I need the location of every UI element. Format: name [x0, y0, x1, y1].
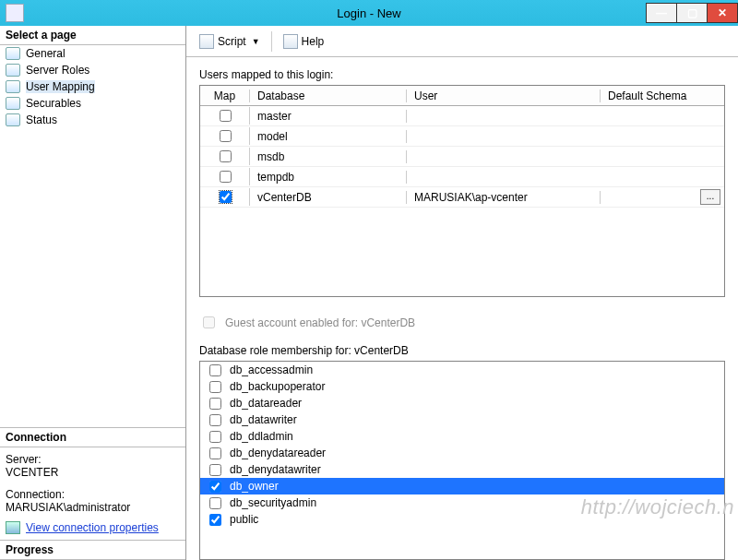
mapping-row[interactable]: tempdb [200, 167, 724, 187]
role-checkbox[interactable] [209, 431, 221, 443]
role-label: db_accessadmin [230, 363, 313, 376]
role-item[interactable]: db_datawriter [200, 411, 724, 428]
window-controls: — ▢ ✕ [647, 3, 738, 23]
role-label: db_ddladmin [230, 430, 293, 443]
toolbar: Script ▼ Help [186, 26, 738, 57]
cell-database: tempdb [250, 171, 407, 184]
col-map-header[interactable]: Map [200, 89, 250, 102]
sidebar-item-label: Securables [26, 97, 81, 110]
connection-value: MARUSIAK\administrator [6, 501, 180, 514]
map-checkbox[interactable] [220, 191, 232, 203]
page-icon [6, 47, 20, 60]
toolbar-separator [271, 31, 272, 52]
schema-browse-button[interactable]: ... [700, 189, 720, 205]
role-label: db_denydatareader [230, 447, 326, 459]
map-checkbox[interactable] [220, 130, 232, 142]
col-database-header[interactable]: Database [250, 89, 407, 102]
right-pane: Script ▼ Help Users mapped to this login… [186, 26, 738, 560]
role-item[interactable]: db_denydatawriter [200, 461, 724, 478]
sidebar-item-securables[interactable]: Securables [0, 95, 185, 112]
role-checkbox[interactable] [209, 464, 221, 476]
map-checkbox[interactable] [220, 171, 232, 183]
help-label: Help [302, 35, 325, 48]
script-icon [199, 34, 214, 49]
sidebar-item-user-mapping[interactable]: User Mapping [0, 78, 185, 95]
connection-panel: Connection Server: VCENTER Connection: M… [0, 427, 185, 560]
minimize-button[interactable]: — [646, 3, 677, 23]
role-label: db_securityadmin [230, 496, 316, 509]
role-item[interactable]: public [200, 511, 724, 528]
script-label: Script [218, 35, 246, 48]
sidebar-item-general[interactable]: General [0, 45, 185, 62]
connection-icon [6, 521, 20, 534]
sidebar-item-label: General [26, 47, 65, 60]
close-button[interactable]: ✕ [707, 3, 738, 23]
role-checkbox[interactable] [209, 364, 221, 376]
app-icon [6, 4, 24, 22]
role-item[interactable]: db_ddladmin [200, 428, 724, 445]
map-checkbox[interactable] [220, 150, 232, 162]
role-checkbox[interactable] [209, 497, 221, 509]
guest-account-label: Guest account enabled for: vCenterDB [225, 316, 415, 329]
guest-account-checkbox [203, 316, 215, 328]
mapping-grid-header: Map Database User Default Schema [200, 86, 724, 106]
server-label: Server: [6, 453, 180, 466]
chevron-down-icon: ▼ [252, 37, 260, 46]
role-item[interactable]: db_accessadmin [200, 362, 724, 378]
mapping-row[interactable]: vCenterDBMARUSIAK\ap-vcenter... [200, 187, 724, 208]
page-icon [6, 80, 20, 93]
role-item[interactable]: db_datareader [200, 395, 724, 411]
role-item[interactable]: db_securityadmin [200, 494, 724, 511]
role-membership-label: Database role membership for: vCenterDB [199, 344, 725, 357]
users-mapped-label: Users mapped to this login: [199, 68, 725, 81]
view-connection-properties-label: View connection properties [26, 521, 159, 534]
role-checkbox[interactable] [209, 381, 221, 393]
role-checkbox[interactable] [209, 447, 221, 459]
mapping-row[interactable]: master [200, 106, 724, 126]
role-checkbox[interactable] [209, 414, 221, 426]
title-bar: Login - New — ▢ ✕ [0, 0, 738, 26]
role-item[interactable]: db_backupoperator [200, 378, 724, 395]
page-icon [6, 64, 20, 77]
connection-header: Connection [0, 428, 185, 447]
sidebar-item-status[interactable]: Status [0, 112, 185, 128]
role-label: public [230, 513, 258, 526]
sidebar-item-label: Status [26, 113, 57, 126]
role-checkbox[interactable] [209, 398, 221, 410]
role-item[interactable]: db_owner [200, 478, 724, 494]
role-item[interactable]: db_denydatareader [200, 445, 724, 461]
role-label: db_datareader [230, 397, 302, 410]
select-page-header: Select a page [0, 26, 185, 45]
cell-schema: ... [601, 189, 724, 205]
view-connection-properties-link[interactable]: View connection properties [6, 521, 180, 534]
col-user-header[interactable]: User [407, 89, 601, 102]
page-list: GeneralServer RolesUser MappingSecurable… [0, 45, 185, 128]
col-schema-header[interactable]: Default Schema [601, 89, 724, 102]
help-button[interactable]: Help [280, 32, 328, 51]
roles-listbox[interactable]: db_accessadmindb_backupoperatordb_datare… [199, 361, 725, 560]
mapping-row[interactable]: msdb [200, 147, 724, 167]
role-label: db_denydatawriter [230, 463, 321, 476]
cell-database: vCenterDB [250, 191, 407, 204]
sidebar-item-label: User Mapping [26, 80, 95, 93]
mapping-row[interactable]: model [200, 126, 724, 147]
sidebar-item-server-roles[interactable]: Server Roles [0, 62, 185, 78]
mapping-grid[interactable]: Map Database User Default Schema masterm… [199, 85, 725, 297]
maximize-button[interactable]: ▢ [676, 3, 708, 23]
left-pane: Select a page GeneralServer RolesUser Ma… [0, 26, 186, 560]
connection-label: Connection: [6, 488, 180, 501]
map-checkbox[interactable] [220, 110, 232, 122]
role-label: db_backupoperator [230, 380, 325, 393]
help-icon [283, 34, 298, 49]
script-button[interactable]: Script ▼ [196, 32, 264, 51]
cell-database: model [250, 130, 407, 143]
sidebar-item-label: Server Roles [26, 64, 89, 77]
page-icon [6, 97, 20, 110]
role-checkbox[interactable] [209, 514, 221, 526]
cell-user: MARUSIAK\ap-vcenter [407, 191, 601, 204]
page-icon [6, 113, 20, 126]
cell-database: msdb [250, 150, 407, 163]
role-checkbox[interactable] [209, 481, 221, 493]
window-title: Login - New [337, 6, 400, 20]
role-label: db_owner [230, 480, 279, 493]
